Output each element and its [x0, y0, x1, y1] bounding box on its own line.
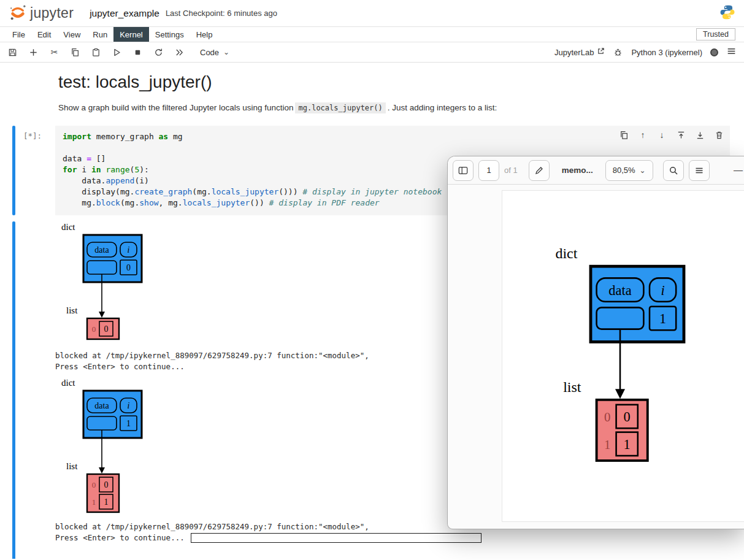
list-value-0: 0: [104, 480, 109, 489]
main-menu-icon[interactable]: [726, 46, 737, 58]
cell-type-label: Code: [200, 48, 219, 57]
pdf-viewer-window[interactable]: 1 of 1 memo... 80,5% ⌄ — dict: [448, 156, 744, 529]
cell-type-dropdown[interactable]: Code ⌄: [200, 48, 229, 57]
notebook-title[interactable]: jupyter_example: [90, 8, 159, 19]
save-icon[interactable]: [7, 47, 18, 58]
run-all-cells-icon[interactable]: [174, 47, 185, 58]
copy-icon[interactable]: [70, 47, 80, 58]
list-value-0: 0: [104, 324, 109, 334]
run-cell-icon[interactable]: [112, 47, 122, 58]
dict-label: dict: [61, 222, 75, 232]
external-link-icon: [597, 47, 605, 57]
document-title: memo...: [562, 166, 593, 175]
menu-help[interactable]: Help: [190, 27, 219, 42]
jupyter-notebook-app: jupyter jupyter_example Last Checkpoint:…: [0, 0, 744, 560]
cell-indicator-bar: [12, 126, 15, 215]
list-index-0: 0: [604, 410, 610, 424]
memory-graph-pdf: dict data i 1 list 0 0 1: [551, 245, 699, 466]
checkpoint-text: Last Checkpoint: 6 minutes ago: [166, 9, 277, 18]
menu-run[interactable]: Run: [86, 27, 113, 42]
list-label: list: [66, 461, 78, 471]
move-cell-down-icon[interactable]: ↓: [657, 130, 667, 140]
list-value-0: 0: [624, 409, 631, 424]
dict-label: dict: [61, 378, 75, 388]
menu-settings[interactable]: Settings: [149, 27, 190, 42]
debugger-icon[interactable]: [613, 47, 623, 58]
markdown-heading: test: locals_jupyter(): [58, 72, 744, 92]
zoom-level: 80,5%: [613, 166, 635, 175]
zoom-dropdown[interactable]: 80,5% ⌄: [605, 160, 653, 181]
paste-icon[interactable]: [91, 47, 101, 58]
dict-value-i: 0: [126, 263, 131, 272]
pdf-content-area[interactable]: dict data i 1 list 0 0 1: [448, 185, 744, 528]
jupyter-logo-icon: [9, 4, 27, 23]
search-button[interactable]: [663, 160, 684, 181]
stdin-input[interactable]: [191, 533, 481, 543]
dict-label: dict: [555, 245, 577, 261]
memory-graph-output-2: dict data i 1 list 0 0 1 1: [59, 377, 151, 515]
restart-kernel-icon[interactable]: [153, 47, 164, 58]
kernel-busy-status-icon: [710, 48, 718, 56]
kernel-name-label[interactable]: Python 3 (ipykernel): [631, 48, 702, 57]
list-label: list: [66, 305, 78, 315]
menu-file[interactable]: File: [6, 27, 31, 42]
page-number-input[interactable]: 1: [478, 160, 499, 181]
cut-icon[interactable]: ✂: [49, 47, 59, 58]
trusted-button[interactable]: Trusted: [696, 28, 735, 40]
memory-graph-output-1: dict data i 0 list 0 0: [59, 221, 151, 342]
notebook-toolbar: ✂ Code ⌄ JupyterLab: [0, 42, 744, 63]
dict-key-i: i: [128, 401, 130, 410]
dict-key-data: data: [94, 401, 109, 410]
jupyterlab-label: JupyterLab: [554, 48, 594, 57]
cell-toolbar: ↑ ↓: [619, 130, 724, 140]
list-label: list: [563, 379, 581, 395]
intro-text-after: . Just adding integers to a list:: [388, 103, 497, 112]
open-in-jupyterlab-link[interactable]: JupyterLab: [554, 47, 605, 57]
list-value-1: 1: [104, 497, 109, 507]
list-index-0: 0: [92, 480, 96, 489]
sidebar-toggle-button[interactable]: [453, 160, 474, 181]
jupyter-logo[interactable]: jupyter: [9, 4, 74, 23]
list-value-1: 1: [624, 437, 631, 452]
cell-execution-prompt: [*]:: [23, 131, 42, 140]
interrupt-kernel-icon[interactable]: [132, 47, 143, 58]
output-indicator-bar: [12, 221, 15, 559]
dict-key-data: data: [94, 245, 109, 255]
add-cell-icon[interactable]: [28, 47, 39, 58]
insert-cell-above-icon[interactable]: [676, 130, 686, 140]
dict-value-i: 1: [659, 311, 666, 326]
press-enter-line: Press <Enter> to continue...: [55, 532, 185, 543]
annotate-button[interactable]: [529, 160, 550, 181]
dict-key-data: data: [608, 283, 631, 298]
minimize-button[interactable]: —: [734, 164, 743, 175]
menu-edit[interactable]: Edit: [31, 27, 57, 42]
pdf-toolbar: 1 of 1 memo... 80,5% ⌄ —: [448, 156, 744, 185]
page-count-label: of 1: [504, 166, 518, 175]
list-index-1: 1: [604, 437, 610, 451]
insert-cell-below-icon[interactable]: [695, 130, 705, 140]
list-index-0: 0: [92, 324, 96, 334]
menu-button[interactable]: [689, 160, 710, 181]
dict-key-i: i: [661, 283, 664, 298]
menu-bar: File Edit View Run Kernel Settings Help …: [0, 27, 744, 42]
chevron-down-icon: ⌄: [223, 48, 229, 56]
move-cell-up-icon[interactable]: ↑: [638, 130, 648, 140]
delete-cell-icon[interactable]: [714, 130, 724, 140]
chevron-down-icon: ⌄: [640, 167, 646, 174]
intro-inline-code: mg.locals_jupyter(): [295, 102, 385, 113]
python-logo-icon: [719, 4, 735, 23]
jupyter-wordmark: jupyter: [30, 5, 74, 21]
duplicate-cell-icon[interactable]: [619, 130, 629, 140]
markdown-intro: Show a graph build with the filtered Jup…: [58, 103, 744, 112]
dict-key-i: i: [128, 245, 130, 255]
top-bar: jupyter jupyter_example Last Checkpoint:…: [0, 0, 744, 27]
intro-text-before: Show a graph build with the filtered Jup…: [58, 103, 293, 112]
pdf-page: dict data i 1 list 0 0 1: [502, 190, 744, 522]
list-index-1: 1: [92, 497, 96, 507]
menu-view[interactable]: View: [57, 27, 86, 42]
dict-value-i: 1: [126, 419, 131, 428]
menu-kernel[interactable]: Kernel: [113, 27, 149, 42]
